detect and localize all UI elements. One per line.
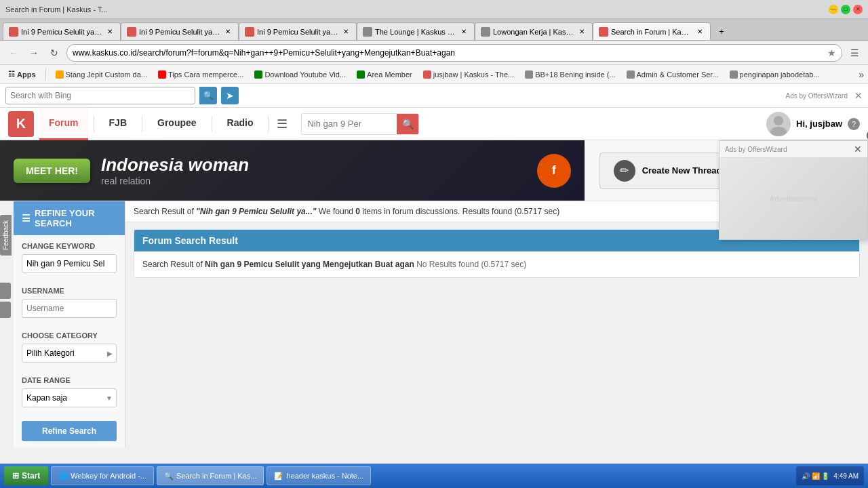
- banner-title: Indonesia woman: [101, 155, 249, 176]
- start-button[interactable]: ⊞ Start: [4, 466, 48, 485]
- kaskus-logo[interactable]: K: [8, 111, 34, 137]
- forward-button[interactable]: →: [26, 45, 42, 61]
- kaskus-search-input[interactable]: [302, 119, 397, 129]
- back-button[interactable]: ←: [5, 45, 22, 61]
- bookmark-8[interactable]: penginapan jabodetab...: [726, 69, 824, 80]
- browser-window: Search in Forum | Kaskus - T... — □ ✕ In…: [0, 0, 868, 464]
- bookmark-label-4: Area Member: [367, 70, 412, 79]
- close-button[interactable]: ✕: [853, 5, 863, 14]
- ads-popup-header: Ads by OffersWizard ✕: [719, 141, 867, 158]
- tab-title-1: Ini 9 Pemicu Selulit yang Me...: [21, 28, 102, 36]
- taskbar-icon-1: 🌐: [58, 472, 68, 481]
- vertical-icon-2[interactable]: [0, 302, 11, 318]
- tab-close-2[interactable]: ✕: [223, 27, 233, 37]
- more-bookmarks-button[interactable]: »: [859, 69, 864, 80]
- meet-her-button[interactable]: MEET HER!: [14, 159, 90, 183]
- taskbar-time: 4:49 AM: [833, 472, 859, 480]
- ads-by-label: Ads by OffersWizard: [785, 92, 848, 100]
- tab-1[interactable]: Ini 9 Pemicu Selulit yang Me... ✕: [3, 22, 121, 40]
- tab-favicon-1: [9, 27, 18, 37]
- tab-5[interactable]: Lowongan Kerja | Kaskus - T... ✕: [475, 22, 593, 40]
- refine-search-button[interactable]: Refine Search: [22, 421, 117, 441]
- address-bar[interactable]: [73, 48, 825, 58]
- bookmark-4[interactable]: Area Member: [353, 69, 416, 80]
- keyword-input[interactable]: [22, 254, 117, 273]
- tab-close-6[interactable]: ✕: [695, 27, 705, 37]
- bookmark-1[interactable]: Stang Jepit Custom da...: [52, 69, 151, 80]
- bookmark-label-8: penginapan jabodetab...: [740, 70, 820, 79]
- date-select[interactable]: Kapan saja: [22, 388, 117, 407]
- tab-close-5[interactable]: ✕: [577, 27, 587, 37]
- tab-favicon-2: [127, 27, 136, 37]
- tab-close-4[interactable]: ✕: [459, 27, 469, 37]
- bookmark-label-7: Admin & Customer Ser...: [637, 70, 719, 79]
- create-thread-button[interactable]: ✏ Create New Thread: [599, 152, 736, 189]
- bookmark-favicon-8: [730, 70, 738, 79]
- reload-button[interactable]: ↻: [46, 45, 62, 61]
- tab-4[interactable]: The Lounge | Kaskus - The ... ✕: [357, 22, 475, 40]
- maximize-button[interactable]: □: [841, 5, 850, 14]
- bookmark-favicon-3: [254, 70, 262, 79]
- refine-icon: ☰: [22, 213, 31, 224]
- tab-3[interactable]: Ini 9 Pemicu Selulit yang Me... ✕: [239, 22, 357, 40]
- bookmark-2[interactable]: Tips Cara memperce...: [154, 69, 248, 80]
- minimize-button[interactable]: —: [829, 5, 838, 14]
- address-bar-container: ★: [66, 44, 842, 62]
- taskbar-icon-2: 🔍: [164, 472, 174, 481]
- category-select-wrap: Pilih Kategori ▶: [22, 344, 117, 363]
- bing-navigate-button[interactable]: ➤: [221, 87, 239, 104]
- forum-result-body: Search Result of Nih gan 9 Pemicu Seluli…: [134, 251, 859, 277]
- tab-title-4: The Lounge | Kaskus - The ...: [375, 28, 456, 36]
- hamburger-menu-icon[interactable]: ☰: [277, 117, 288, 131]
- banner-left: MEET HER! Indonesia woman real relation …: [0, 140, 585, 201]
- result-full-keyword: Nih gan 9 Pemicu Selulit yang Mengejutka…: [205, 260, 414, 269]
- taskbar-item-1[interactable]: 🌐 Webkey for Android -...: [51, 466, 154, 485]
- nav-radio[interactable]: Radio: [218, 108, 263, 140]
- bookmark-3[interactable]: Download Youtube Vid...: [250, 69, 350, 80]
- taskbar-item-2[interactable]: 🔍 Search in Forum | Kas...: [157, 466, 264, 485]
- tab-title-5: Lowongan Kerja | Kaskus - T...: [493, 28, 574, 36]
- bookmarks-bar: ☷ Apps Stang Jepit Custom da... Tips Car…: [0, 65, 868, 84]
- ads-popup-close-button[interactable]: ✕: [854, 144, 862, 155]
- apps-button[interactable]: ☷ Apps: [4, 68, 40, 80]
- tab-close-1[interactable]: ✕: [105, 27, 115, 37]
- bookmark-6[interactable]: BB+18 Bening inside (...: [521, 69, 619, 80]
- category-section: CHOOSE CATEGORY Pilih Kategori ▶: [14, 325, 125, 369]
- bookmark-label-1: Stang Jepit Custom da...: [66, 70, 147, 79]
- tab-2[interactable]: Ini 9 Pemicu Selulit yang Me... ✕: [121, 22, 239, 40]
- kaskus-logo-text: K: [16, 116, 26, 131]
- date-label: DATE RANGE: [22, 376, 117, 384]
- bookmark-7[interactable]: Admin & Customer Ser...: [623, 69, 723, 80]
- new-tab-button[interactable]: +: [713, 24, 730, 40]
- bookmark-favicon-7: [627, 70, 635, 79]
- bookmark-label-2: Tips Cara memperce...: [168, 70, 243, 79]
- refine-header[interactable]: ☰ REFINE YOUR SEARCH: [14, 201, 125, 235]
- category-select[interactable]: Pilih Kategori: [22, 344, 117, 363]
- tab-favicon-3: [245, 27, 254, 37]
- nav-divider-4: [268, 116, 269, 132]
- username-input[interactable]: [22, 299, 117, 318]
- nav-fjb[interactable]: FJB: [100, 108, 136, 140]
- apps-grid-icon: ☷: [8, 70, 15, 79]
- tab-favicon-6: [599, 27, 608, 37]
- feedback-tab[interactable]: Feedback: [0, 215, 12, 256]
- nav-groupee[interactable]: Groupee: [148, 108, 206, 140]
- bookmark-favicon-6: [525, 70, 533, 79]
- vertical-icon-1[interactable]: [0, 283, 11, 299]
- tab-favicon-4: [363, 27, 372, 37]
- bing-search-button[interactable]: 🔍: [199, 87, 217, 104]
- tab-6[interactable]: Search in Forum | Kaskus - T... ✕: [593, 22, 711, 40]
- user-avatar[interactable]: [766, 112, 791, 136]
- bookmark-star-icon[interactable]: ★: [827, 47, 836, 58]
- bing-search-input[interactable]: [10, 91, 191, 100]
- taskbar-item-3[interactable]: 📝 header kaskus - Note...: [267, 466, 371, 485]
- bing-bar-close-button[interactable]: ✕: [854, 90, 863, 101]
- tab-close-3[interactable]: ✕: [341, 27, 351, 37]
- bing-input-container: [5, 87, 195, 104]
- kaskus-search-button[interactable]: 🔍: [397, 113, 418, 135]
- nav-forum[interactable]: Forum: [39, 108, 88, 140]
- settings-button[interactable]: ☰: [846, 45, 863, 61]
- bookmark-5[interactable]: jusjbaw | Kaskus - The...: [419, 69, 518, 80]
- help-icon[interactable]: ?: [848, 118, 860, 130]
- ads-content-placeholder: Advertisement: [770, 195, 817, 203]
